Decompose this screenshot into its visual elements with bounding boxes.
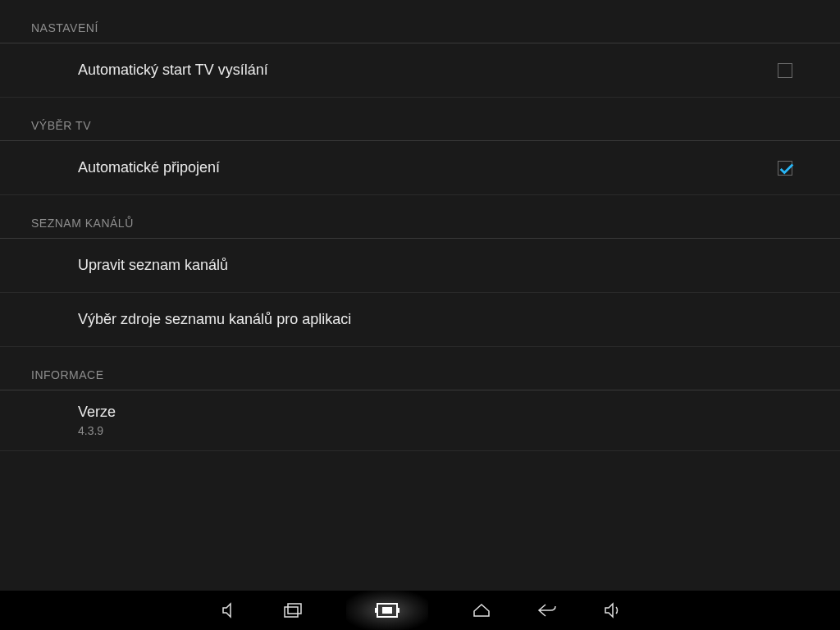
select-source-label: Výběr zdroje seznamu kanálů pro aplikaci <box>78 311 809 328</box>
version-label: Verze <box>78 404 809 421</box>
recent-apps-icon[interactable] <box>281 598 305 623</box>
svg-rect-3 <box>375 608 377 613</box>
checkbox-checked[interactable] <box>778 161 792 176</box>
select-source-row[interactable]: Výběr zdroje seznamu kanálů pro aplikaci <box>0 293 840 347</box>
home-icon[interactable] <box>469 598 494 623</box>
volume-down-icon[interactable] <box>215 598 240 623</box>
svg-rect-1 <box>288 604 301 614</box>
version-row[interactable]: Verze 4.3.9 <box>0 390 840 451</box>
setting-text: Výběr zdroje seznamu kanálů pro aplikaci <box>78 311 809 328</box>
section-header-settings: NASTAVENÍ <box>0 0 840 43</box>
setting-text: Verze 4.3.9 <box>78 404 809 437</box>
settings-content: NASTAVENÍ Automatický start TV vysílání … <box>0 0 840 591</box>
back-icon[interactable] <box>535 598 559 623</box>
edit-channels-row[interactable]: Upravit seznam kanálů <box>0 239 840 293</box>
auto-connect-label: Automatické připojení <box>78 159 778 176</box>
section-header-channel-list: SEZNAM KANÁLŮ <box>0 195 840 239</box>
section-header-information: INFORMACE <box>0 347 840 390</box>
svg-rect-0 <box>285 607 298 617</box>
svg-rect-4 <box>397 608 399 613</box>
setting-text: Automatický start TV vysílání <box>78 62 778 79</box>
auto-start-tv-row[interactable]: Automatický start TV vysílání <box>0 43 840 98</box>
checkbox-unchecked[interactable] <box>778 63 792 78</box>
setting-text: Automatické připojení <box>78 159 778 176</box>
auto-connect-row[interactable]: Automatické připojení <box>0 141 840 195</box>
navigation-bar <box>0 591 840 630</box>
svg-rect-5 <box>382 607 392 614</box>
volume-up-icon[interactable] <box>600 598 625 623</box>
auto-start-label: Automatický start TV vysílání <box>78 62 778 79</box>
setting-text: Upravit seznam kanálů <box>78 257 809 274</box>
version-value: 4.3.9 <box>78 424 809 437</box>
screenshot-icon[interactable] <box>346 591 428 630</box>
section-header-tv-select: VÝBĚR TV <box>0 98 840 141</box>
edit-channels-label: Upravit seznam kanálů <box>78 257 809 274</box>
